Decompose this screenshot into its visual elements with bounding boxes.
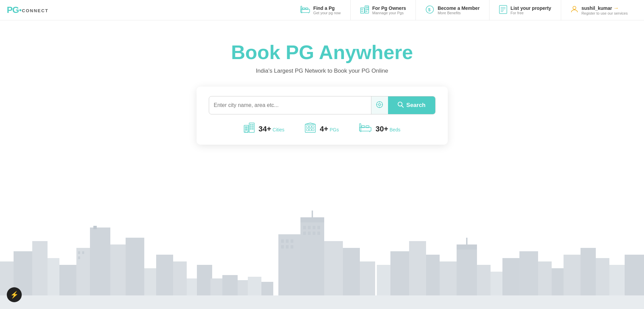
- pg-owners-label: For Pg Owners: [372, 5, 406, 11]
- pg-owners-text: For Pg Owners Mannage your Pgs: [372, 5, 406, 15]
- svg-rect-105: [581, 248, 596, 295]
- svg-rect-68: [78, 256, 80, 259]
- svg-rect-116: [308, 226, 311, 229]
- svg-rect-113: [286, 245, 289, 249]
- svg-rect-46: [309, 126, 311, 128]
- svg-rect-119: [303, 232, 306, 235]
- svg-rect-93: [426, 255, 440, 295]
- svg-rect-53: [360, 127, 371, 131]
- stat-cities-text: 34+ Cities: [259, 125, 284, 133]
- svg-rect-59: [0, 295, 644, 309]
- location-button[interactable]: [371, 96, 388, 114]
- stat-beds-text: 30+ Beds: [375, 125, 400, 133]
- svg-rect-96: [457, 244, 477, 250]
- bed-icon: [300, 6, 310, 15]
- pg-icon: [305, 123, 316, 135]
- svg-rect-102: [538, 261, 552, 295]
- svg-rect-17: [499, 5, 507, 14]
- beds-icon: [359, 123, 371, 134]
- svg-rect-45: [307, 126, 309, 128]
- nav-item-user[interactable]: sushil_kumar → Register to use our servi…: [561, 0, 637, 20]
- svg-rect-73: [144, 268, 156, 295]
- svg-rect-117: [313, 226, 315, 229]
- svg-rect-114: [291, 245, 293, 249]
- svg-rect-8: [362, 9, 363, 10]
- svg-rect-100: [502, 258, 519, 295]
- svg-rect-77: [197, 265, 212, 295]
- search-input[interactable]: [209, 97, 371, 114]
- search-button[interactable]: Search: [388, 96, 435, 114]
- svg-rect-110: [286, 239, 289, 243]
- svg-rect-76: [187, 278, 197, 295]
- svg-rect-65: [76, 248, 90, 295]
- stat-beds: 30+ Beds: [359, 123, 400, 134]
- svg-rect-120: [308, 232, 311, 235]
- skyline-illustration: [0, 160, 644, 309]
- svg-rect-39: [250, 128, 251, 129]
- svg-rect-36: [246, 129, 247, 130]
- nav-item-find-pg[interactable]: Find a Pg Get your pg now: [291, 0, 351, 20]
- hero-section: Book PG Anywhere India's Largest PG Netw…: [0, 20, 644, 155]
- stat-pgs: 4+ PGs: [305, 123, 339, 135]
- nav-item-member[interactable]: $ Become a Member More Benefits: [416, 0, 490, 20]
- stat-pgs-text: 4+ PGs: [320, 125, 339, 133]
- search-row: Search: [209, 96, 436, 114]
- svg-rect-70: [93, 226, 97, 229]
- svg-rect-79: [222, 275, 238, 295]
- svg-rect-89: [360, 261, 375, 295]
- page-wrapper: PG CONNECT Find a Pg: [0, 0, 644, 309]
- navbar: PG CONNECT Find a Pg: [0, 0, 644, 20]
- stat-pgs-label: PGs: [330, 127, 339, 132]
- svg-line-30: [402, 106, 403, 107]
- search-card: Search: [197, 87, 448, 145]
- svg-rect-106: [596, 258, 609, 295]
- svg-text:$: $: [428, 7, 431, 12]
- svg-rect-115: [303, 226, 306, 229]
- user-text: sushil_kumar → Register to use our servi…: [582, 5, 628, 15]
- user-name: sushil_kumar: [582, 5, 612, 11]
- svg-rect-41: [252, 126, 253, 127]
- svg-rect-35: [246, 127, 247, 128]
- svg-rect-37: [250, 124, 251, 125]
- svg-rect-112: [281, 245, 284, 249]
- svg-rect-104: [564, 255, 581, 295]
- search-magnifier-icon: [398, 102, 404, 109]
- user-arrow-icon: →: [613, 5, 619, 11]
- stat-beds-label: Beds: [390, 127, 401, 132]
- svg-rect-50: [312, 129, 314, 131]
- location-icon: [376, 101, 383, 110]
- nav-item-list-property[interactable]: List your property For free: [490, 0, 561, 20]
- find-pg-label: Find a Pg: [313, 5, 341, 11]
- svg-rect-67: [82, 251, 84, 254]
- svg-rect-34: [245, 129, 246, 130]
- svg-rect-84: [300, 221, 324, 295]
- stat-cities: 34+ Cities: [244, 123, 284, 135]
- svg-rect-97: [466, 238, 467, 246]
- svg-rect-66: [78, 251, 80, 254]
- svg-rect-74: [156, 255, 173, 295]
- nav-item-pg-owners[interactable]: For Pg Owners Mannage your Pgs: [351, 0, 416, 20]
- find-pg-text: Find a Pg Get your pg now: [313, 5, 341, 15]
- svg-rect-42: [252, 128, 253, 129]
- svg-rect-13: [368, 7, 368, 8]
- list-property-label: List your property: [511, 5, 551, 11]
- stat-beds-num: 30+: [375, 125, 388, 133]
- stat-cities-label: Cities: [273, 127, 284, 132]
- svg-rect-33: [245, 127, 246, 128]
- member-label: Become a Member: [438, 5, 480, 11]
- member-text: Become a Member More Benefits: [438, 5, 480, 15]
- svg-rect-118: [317, 226, 320, 229]
- thunder-badge[interactable]: ⚡: [7, 287, 22, 302]
- svg-rect-38: [250, 126, 251, 127]
- svg-rect-99: [491, 272, 502, 295]
- svg-rect-49: [309, 129, 311, 131]
- member-sub: More Benefits: [438, 11, 480, 15]
- svg-rect-103: [552, 268, 564, 295]
- svg-rect-94: [440, 261, 457, 295]
- svg-rect-95: [457, 248, 477, 295]
- find-pg-sub: Get your pg now: [313, 11, 341, 15]
- thunder-icon: ⚡: [10, 291, 19, 299]
- svg-rect-9: [362, 11, 363, 12]
- svg-rect-107: [609, 265, 625, 295]
- svg-rect-14: [368, 9, 368, 10]
